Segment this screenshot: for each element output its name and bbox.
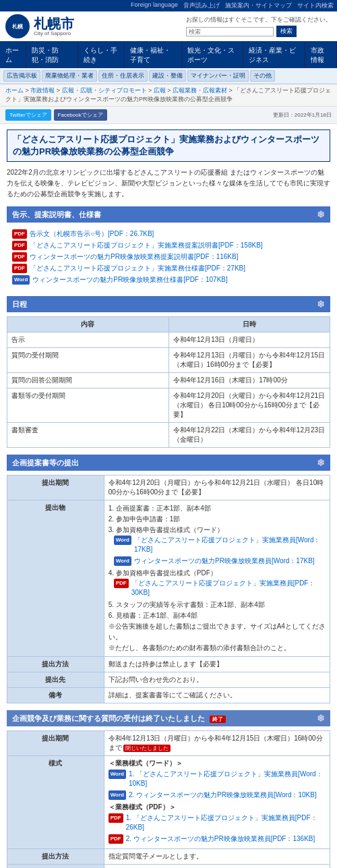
qa-file-link-4[interactable]: 2. ウィンタースポーツの魅力PR映像放映業務員[PDF：136KB] bbox=[126, 834, 315, 844]
col-header-label: 内容 bbox=[7, 317, 169, 332]
file-link-1[interactable]: 告示文（札幌市告示○号）[PDF：26.7KB] bbox=[30, 229, 154, 239]
qa-dest-value: 下記お問い合わせ先のとおり。 bbox=[104, 865, 330, 868]
schedule-label-4: 書類等の受付期間 bbox=[7, 388, 169, 423]
schedule-value-3: 令和4年12月16日（木曜日）17時00分 bbox=[168, 373, 330, 388]
sub-nav-item-5[interactable]: マイナンバー・証明 bbox=[187, 70, 249, 82]
qa-format-value: ＜業務様式（ワード）＞ Word 1. 「どさんこアスリート応援プロジェクト」実… bbox=[104, 756, 330, 849]
sub-nav-item-6[interactable]: その他 bbox=[250, 70, 275, 82]
sub-nav-item-1[interactable]: 広告掲示板 bbox=[3, 70, 40, 82]
header-right: お探しの情報はすぐそこです。下をご確認ください。 検索 bbox=[186, 16, 332, 37]
qa-file-1: Word 1. 「どさんこアスリート応援プロジェクト」実施業務員[Word：10… bbox=[109, 770, 326, 788]
proposal-dest-value: 下記お問い合わせ先のとおり。 bbox=[104, 672, 330, 688]
logo-area: 札幌 札幌市 City of Sapporo bbox=[5, 14, 74, 38]
snowflake-icon-1: ❄ bbox=[317, 209, 325, 220]
nav-disaster[interactable]: 防災・防犯・消防 bbox=[26, 42, 78, 68]
header: 札幌 札幌市 City of Sapporo お探しの情報はすぐそこです。下をご… bbox=[0, 11, 337, 42]
breadcrumb-home[interactable]: ホーム bbox=[5, 87, 24, 94]
proposal-title: 企画提案書等の提出 bbox=[12, 458, 79, 468]
proposal-table: 提出期間 令和4年12月20日（月曜日）から令和4年12月21日（水曜日） 各日… bbox=[7, 475, 330, 703]
qa-file-link-2[interactable]: 2. ウィンタースポーツの魅力PR映像放映業務員[Word：10KB] bbox=[129, 790, 317, 800]
update-date: 更新日：2022年1月18日 bbox=[273, 111, 332, 119]
qa-file-4: PDF 2. ウィンタースポーツの魅力PR映像放映業務員[PDF：136KB] bbox=[109, 834, 326, 844]
foreign-language-link[interactable]: Foreign language bbox=[131, 1, 178, 10]
nav-cityinfo[interactable]: 市政情報 bbox=[305, 42, 337, 68]
qa-section-header: 企画競争及び業務に関する質問の受付は終了いたしました 終了 ❄ bbox=[7, 710, 330, 726]
nav-economy[interactable]: 経済・産業・ビジネス bbox=[243, 42, 305, 68]
proposal-period-label: 提出期間 bbox=[7, 475, 104, 500]
pdf-badge-2: PDF bbox=[12, 241, 27, 250]
logo-text-area: 札幌市 City of Sapporo bbox=[34, 17, 74, 36]
voice-link[interactable]: 音声読み上げ bbox=[183, 1, 220, 10]
word-badge-2: Word bbox=[114, 536, 131, 544]
page-title: 「どさんこアスリート応援プロジェクト」実施業務およびウィンタースポーツの魅力PR… bbox=[7, 129, 330, 162]
pdf-badge-5: PDF bbox=[114, 579, 129, 587]
breadcrumb-koho[interactable]: 広報 bbox=[154, 87, 166, 94]
table-row: 備考 詳細は、提案書書等にてご確認ください。 bbox=[7, 688, 330, 703]
qa-period-label: 提出期間 bbox=[7, 731, 104, 756]
schedule-label-2: 質問の受付期間 bbox=[7, 348, 169, 373]
breadcrumb-current: 「どさんこアスリート応援プロジェクト」実施業務およびウィンタースポーツの魅力PR… bbox=[5, 87, 331, 103]
schedule-value-1: 令和4年12月13日（月曜日） bbox=[168, 332, 330, 348]
word-badge-5: Word bbox=[109, 790, 126, 799]
pdf-badge-7: PDF bbox=[109, 834, 123, 843]
file-item-1: PDF 告示文（札幌市告示○号）[PDF：26.7KB] bbox=[12, 229, 325, 239]
qa-file-link-1[interactable]: 1. 「どさんこアスリート応援プロジェクト」実施業務員[Word：10KB] bbox=[129, 770, 326, 788]
proposal-file-link-1[interactable]: 「どさんこアスリート応援プロジェクト」実施業務員[Word：17KB] bbox=[134, 536, 326, 554]
nav-life[interactable]: くらし・手続き bbox=[78, 42, 125, 68]
site-search-link[interactable]: サイト内検索 bbox=[297, 1, 334, 10]
proposal-dest-label: 提出先 bbox=[7, 672, 104, 688]
schedule-section-header: 日程 ❄ bbox=[7, 296, 330, 312]
pdf-badge-1: PDF bbox=[12, 229, 27, 238]
qa-table: 提出期間 令和4年12月13日（月曜日）から令和4年12月15日（木曜日）16時… bbox=[7, 730, 330, 868]
pdf-badge-4: PDF bbox=[12, 264, 27, 272]
table-row: 提出物 1. 企画提案書：正本1部、副本4部 2. 参加申告申請書：1部 3. … bbox=[7, 500, 330, 657]
table-row: 提出方法 郵送または持参は禁止します【必要】 bbox=[7, 657, 330, 672]
schedule-label-5: 書類審査 bbox=[7, 423, 169, 448]
file-link-4[interactable]: 「どさんこアスリート応援プロジェクト」実施業務仕様書[PDF：27KB] bbox=[30, 264, 245, 273]
proposal-file-3: PDF 「どさんこアスリート応援プロジェクト」実施業務員[PDF：30KB] bbox=[114, 579, 326, 598]
schedule-value-2: 令和4年12月13日（月曜日）から令和4年12月15日（木曜日）16時00分まで… bbox=[168, 348, 330, 373]
proposal-period-value: 令和4年12月20日（月曜日）から令和4年12月21日（水曜日） 各日10時00… bbox=[104, 475, 330, 500]
proposal-section-header: 企画提案書等の提出 ❄ bbox=[7, 455, 330, 471]
table-row: 質問の回答公開期間 令和4年12月16日（木曜日）17時00分 bbox=[7, 373, 330, 388]
qa-file-3: PDF 1. 「どさんこアスリート応援プロジェクト」実施業務員[PDF：26KB… bbox=[109, 813, 326, 832]
file-link-2[interactable]: 「どさんこアスリート応援プロジェクト」実施業務提案説明書[PDF：158KB] bbox=[30, 241, 263, 250]
schedule-table: 内容 日時 告示 令和4年12月13日（月曜日） 質問の受付期間 令和4年12月… bbox=[7, 316, 330, 448]
pdf-badge-3: PDF bbox=[12, 252, 27, 261]
breadcrumb-cityinfo[interactable]: 市政情報 bbox=[30, 87, 55, 94]
snowflake-icon-3: ❄ bbox=[317, 457, 325, 468]
city-name: 札幌市 bbox=[34, 17, 74, 30]
nav-tourism[interactable]: 観光・文化・スポーツ bbox=[182, 42, 244, 68]
proposal-method-label: 提出方法 bbox=[7, 657, 104, 672]
sitemap-link[interactable]: 施策案内・サイトマップ bbox=[225, 1, 292, 10]
search-input[interactable] bbox=[186, 27, 274, 36]
search-bar: 検索 bbox=[186, 26, 332, 37]
twitter-share-button[interactable]: Twitterでシェア bbox=[5, 109, 51, 121]
sub-nav-item-3[interactable]: 住所・住居表示 bbox=[98, 70, 148, 82]
proposal-file-link-3[interactable]: 「どさんこアスリート応援プロジェクト」実施業務員[PDF：30KB] bbox=[131, 579, 326, 598]
main-content: 「どさんこアスリート応援プロジェクト」実施業務およびウィンタースポーツの魅力PR… bbox=[0, 124, 337, 868]
facebook-share-button[interactable]: Facebookでシェア bbox=[54, 109, 107, 121]
table-row: 提出先 下記お問い合わせ先のとおり。 bbox=[7, 672, 330, 688]
proposal-items-label: 提出物 bbox=[7, 500, 104, 657]
qa-title: 企画競争及び業務に関する質問の受付は終了いたしました 終了 bbox=[12, 714, 226, 724]
nav-health[interactable]: 健康・福祉・子育て bbox=[125, 42, 181, 68]
file-link-5[interactable]: ウィンタースポーツの魅力PR映像放映業務仕様書[PDF：107KB] bbox=[32, 275, 227, 285]
main-nav: ホーム 防災・防犯・消防 くらし・手続き 健康・福祉・子育て 観光・文化・スポー… bbox=[0, 42, 337, 68]
table-row: 提出期間 令和4年12月13日（月曜日）から令和4年12月15日（木曜日）16時… bbox=[7, 731, 330, 756]
breadcrumb-material[interactable]: 広報業務・広報素材 bbox=[173, 87, 227, 94]
breadcrumb-pr[interactable]: 広報・広聴・シティプロモート bbox=[62, 87, 147, 94]
table-row: 書類等の受付期間 令和4年12月20日（火曜日）から令和4年12月21日（水曜日… bbox=[7, 388, 330, 423]
proposal-file-link-2[interactable]: ウィンタースポーツの魅力PR映像放映業務員[Word：17KB] bbox=[134, 556, 315, 566]
nav-home[interactable]: ホーム bbox=[0, 42, 26, 68]
table-row: 提出期間 令和4年12月20日（月曜日）から令和4年12月21日（水曜日） 各日… bbox=[7, 475, 330, 500]
proposal-note-value: 詳細は、提案書書等にてご確認ください。 bbox=[104, 688, 330, 703]
schedule-label-3: 質問の回答公開期間 bbox=[7, 373, 169, 388]
search-button[interactable]: 検索 bbox=[276, 26, 297, 37]
sub-nav-item-2[interactable]: 廃棄物処理・業者 bbox=[42, 70, 97, 82]
lead-text: 2022年2月の北京オリンピックに出場するどさんこアスリートの応援番組 またはウ… bbox=[7, 167, 330, 200]
file-link-3[interactable]: ウィンタースポーツの魅力PR映像放映業務提案説明書[PDF：116KB] bbox=[30, 252, 238, 262]
table-row: 様式 ＜業務様式（ワード）＞ Word 1. 「どさんこアスリート応援プロジェク… bbox=[7, 756, 330, 849]
sub-nav-item-4[interactable]: 建設・整備 bbox=[149, 70, 186, 82]
qa-file-link-3[interactable]: 1. 「どさんこアスリート応援プロジェクト」実施業務員[PDF：26KB] bbox=[126, 813, 326, 832]
